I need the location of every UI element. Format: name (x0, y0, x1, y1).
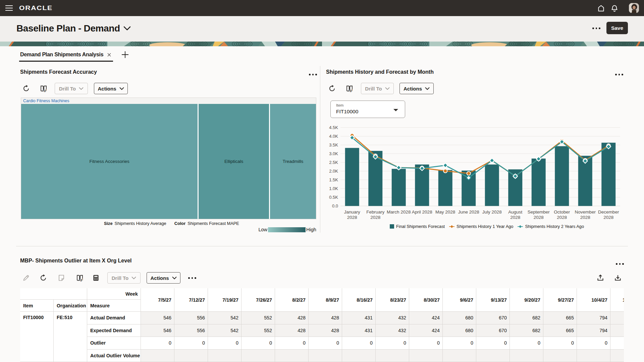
bar-march-2028[interactable] (392, 169, 406, 206)
value-cell[interactable]: 794 (577, 312, 610, 324)
chart-refresh-icon[interactable] (328, 84, 336, 93)
value-cell[interactable]: 428 (275, 324, 309, 337)
home-icon[interactable] (597, 4, 605, 12)
value-cell[interactable]: 428 (309, 324, 342, 337)
value-cell[interactable] (409, 350, 443, 362)
value-cell[interactable] (342, 350, 376, 362)
value-cell[interactable]: 0 (275, 337, 309, 350)
circle-marker[interactable] (467, 172, 471, 175)
value-cell[interactable]: 670 (476, 324, 510, 337)
value-cell[interactable]: 0 (543, 337, 577, 350)
value-cell[interactable] (376, 350, 409, 362)
bar-january-2028[interactable] (345, 148, 359, 206)
value-cell[interactable]: 424 (409, 324, 443, 337)
value-cell[interactable]: 432 (376, 312, 409, 324)
value-cell[interactable]: 0 (342, 337, 376, 350)
circle-marker[interactable] (443, 169, 447, 173)
value-cell[interactable]: 0 (208, 337, 241, 350)
bar-july-2028[interactable] (485, 165, 499, 206)
save-button[interactable]: Save (606, 22, 628, 34)
value-cell[interactable]: 665 (543, 324, 577, 337)
table-actions-button[interactable]: Actions (147, 272, 180, 284)
item-value-cell[interactable]: FIT10000 (20, 312, 54, 362)
organization-value-cell[interactable]: FE:510 (54, 312, 87, 362)
value-cell[interactable]: 432 (376, 324, 409, 337)
value-cell[interactable]: 428 (309, 312, 342, 324)
value-cell[interactable]: 552 (241, 312, 275, 324)
tab-demand-plan-shipments-analysis[interactable]: Demand Plan Shipments Analysis (20, 51, 111, 58)
value-cell[interactable] (208, 350, 241, 362)
value-cell[interactable] (174, 350, 208, 362)
value-cell[interactable]: 556 (174, 324, 208, 337)
value-cell[interactable] (309, 350, 342, 362)
chart-actions-button[interactable]: Actions (399, 83, 434, 94)
table-calculator-icon[interactable] (92, 274, 100, 282)
item-filter-select[interactable]: Item FIT10000 (330, 101, 405, 118)
table-upload-icon[interactable] (596, 274, 604, 282)
value-cell[interactable]: 682 (510, 324, 543, 337)
value-cell[interactable]: 682 (510, 312, 543, 324)
value-cell[interactable]: 542 (208, 312, 241, 324)
value-cell[interactable]: 542 (208, 324, 241, 337)
value-cell[interactable] (610, 337, 624, 350)
value-cell[interactable] (275, 350, 309, 362)
value-cell[interactable]: 665 (543, 312, 577, 324)
value-cell[interactable]: 0 (409, 337, 443, 350)
value-cell[interactable] (610, 312, 624, 324)
value-cell[interactable]: 431 (342, 324, 376, 337)
value-cell[interactable]: 680 (443, 324, 476, 337)
value-cell[interactable] (577, 350, 610, 362)
treemap-panel-menu-icon[interactable] (309, 74, 317, 75)
treemap-breadcrumb-link[interactable]: Cardio Fitness Machines (23, 99, 69, 103)
value-cell[interactable]: 556 (174, 312, 208, 324)
value-cell[interactable] (241, 350, 275, 362)
value-cell[interactable]: 0 (309, 337, 342, 350)
treemap-tile-ellipticals[interactable]: Ellipticals (199, 104, 269, 219)
value-cell[interactable]: 0 (241, 337, 275, 350)
value-cell[interactable]: 0 (141, 337, 174, 350)
bar-october-2028[interactable] (555, 146, 569, 206)
value-cell[interactable]: 670 (476, 312, 510, 324)
value-cell[interactable]: 0 (174, 337, 208, 350)
notifications-bell-icon[interactable] (610, 4, 619, 12)
value-cell[interactable]: 428 (275, 312, 309, 324)
bar-september-2028[interactable] (532, 159, 546, 206)
value-cell[interactable]: 0 (577, 337, 610, 350)
add-tab-icon[interactable] (121, 51, 129, 58)
bar-december-2028[interactable] (601, 143, 615, 206)
treemap-actions-button[interactable]: Actions (94, 83, 128, 94)
value-cell[interactable]: 424 (409, 312, 443, 324)
page-overflow-menu-icon[interactable] (592, 27, 600, 29)
tab-close-icon[interactable] (107, 53, 111, 57)
table-designer-icon[interactable]: # (76, 274, 84, 282)
value-cell[interactable] (443, 350, 476, 362)
measure-label-cell[interactable]: Actual Demand (87, 312, 141, 324)
value-cell[interactable]: 546 (141, 312, 174, 324)
value-cell[interactable]: 546 (141, 324, 174, 337)
user-avatar[interactable] (629, 3, 639, 13)
table-drill-to-button[interactable]: Drill To (107, 272, 141, 284)
value-cell[interactable] (141, 350, 174, 362)
treemap-designer-icon[interactable]: # (40, 84, 48, 93)
treemap-drill-to-button[interactable]: Drill To (55, 83, 88, 94)
chart-panel-menu-icon[interactable] (615, 74, 623, 75)
value-cell[interactable]: 0 (510, 337, 543, 350)
bar-may-2028[interactable] (438, 170, 452, 206)
treemap-tile-treadmills[interactable]: Treadmills (270, 104, 316, 219)
value-cell[interactable] (610, 324, 624, 337)
page-title-chevron-down-icon[interactable] (123, 26, 131, 31)
table-download-icon[interactable] (614, 274, 622, 282)
measure-label-cell[interactable]: Outlier (87, 337, 141, 350)
value-cell[interactable]: 0 (443, 337, 476, 350)
value-cell[interactable]: 552 (241, 324, 275, 337)
chart-designer-icon[interactable]: # (345, 84, 354, 93)
value-cell[interactable] (610, 350, 624, 362)
chart-drill-to-button[interactable]: Drill To (361, 83, 394, 94)
treemap-refresh-icon[interactable] (22, 84, 30, 93)
hamburger-menu-icon[interactable] (5, 5, 13, 11)
value-cell[interactable]: 0 (376, 337, 409, 350)
table-toolbar-overflow-icon[interactable] (188, 277, 196, 279)
value-cell[interactable]: 794 (577, 324, 610, 337)
table-refresh-icon[interactable] (39, 274, 47, 282)
value-cell[interactable]: 0 (476, 337, 510, 350)
